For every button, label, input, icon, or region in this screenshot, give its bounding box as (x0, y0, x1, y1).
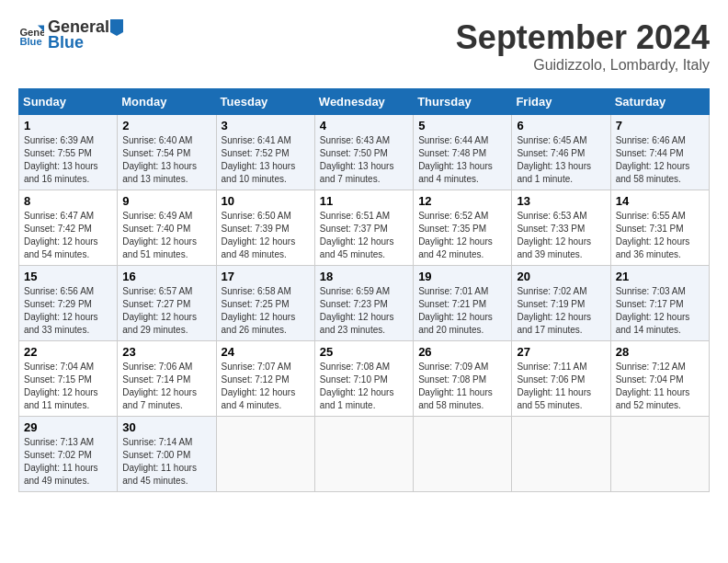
calendar-empty-cell (216, 417, 314, 492)
day-info: Sunrise: 6:45 AM Sunset: 7:46 PM Dayligh… (517, 134, 605, 186)
day-number: 21 (616, 270, 704, 283)
day-info: Sunrise: 7:12 AM Sunset: 7:04 PM Dayligh… (616, 361, 704, 412)
logo: General Blue General Blue (18, 18, 124, 52)
calendar-day-cell: 12Sunrise: 6:52 AM Sunset: 7:35 PM Dayli… (414, 190, 512, 266)
day-info: Sunrise: 7:14 AM Sunset: 7:00 PM Dayligh… (122, 436, 210, 488)
calendar-day-cell: 11Sunrise: 6:51 AM Sunset: 7:37 PM Dayli… (314, 190, 413, 266)
day-number: 13 (517, 194, 605, 208)
day-number: 12 (418, 194, 506, 208)
day-number: 29 (24, 420, 112, 434)
calendar-day-cell: 16Sunrise: 6:57 AM Sunset: 7:27 PM Dayli… (118, 266, 216, 341)
calendar-week-row: 8Sunrise: 6:47 AM Sunset: 7:42 PM Daylig… (19, 190, 710, 266)
calendar-day-cell: 1Sunrise: 6:39 AM Sunset: 7:55 PM Daylig… (19, 115, 118, 190)
weekday-header-saturday: Saturday (610, 89, 709, 115)
calendar-table: SundayMondayTuesdayWednesdayThursdayFrid… (18, 88, 710, 492)
location-title: Guidizzolo, Lombardy, Italy (456, 57, 710, 74)
day-number: 14 (616, 194, 704, 208)
day-number: 1 (24, 119, 112, 132)
svg-text:Blue: Blue (19, 37, 41, 48)
day-info: Sunrise: 7:02 AM Sunset: 7:19 PM Dayligh… (517, 285, 605, 337)
weekday-header-tuesday: Tuesday (216, 89, 314, 115)
weekday-header-friday: Friday (512, 89, 610, 115)
day-info: Sunrise: 7:13 AM Sunset: 7:02 PM Dayligh… (24, 436, 112, 488)
day-info: Sunrise: 6:40 AM Sunset: 7:54 PM Dayligh… (122, 134, 210, 186)
calendar-day-cell: 10Sunrise: 6:50 AM Sunset: 7:39 PM Dayli… (216, 190, 314, 266)
calendar-day-cell: 9Sunrise: 6:49 AM Sunset: 7:40 PM Daylig… (118, 190, 216, 266)
day-number: 25 (320, 345, 408, 359)
day-info: Sunrise: 6:51 AM Sunset: 7:37 PM Dayligh… (320, 210, 408, 261)
weekday-header-wednesday: Wednesday (314, 89, 413, 115)
calendar-day-cell: 15Sunrise: 6:56 AM Sunset: 7:29 PM Dayli… (19, 266, 118, 341)
day-info: Sunrise: 6:43 AM Sunset: 7:50 PM Dayligh… (320, 134, 408, 186)
day-info: Sunrise: 6:59 AM Sunset: 7:23 PM Dayligh… (320, 285, 408, 337)
calendar-day-cell: 26Sunrise: 7:09 AM Sunset: 7:08 PM Dayli… (414, 341, 512, 417)
calendar-empty-cell (512, 417, 610, 492)
day-info: Sunrise: 6:39 AM Sunset: 7:55 PM Dayligh… (24, 134, 112, 186)
day-number: 28 (616, 345, 704, 359)
day-number: 4 (320, 119, 408, 132)
day-number: 5 (418, 119, 506, 132)
calendar-week-row: 15Sunrise: 6:56 AM Sunset: 7:29 PM Dayli… (19, 266, 710, 341)
calendar-day-cell: 24Sunrise: 7:07 AM Sunset: 7:12 PM Dayli… (216, 341, 314, 417)
day-info: Sunrise: 6:58 AM Sunset: 7:25 PM Dayligh… (222, 285, 310, 337)
day-info: Sunrise: 7:07 AM Sunset: 7:12 PM Dayligh… (222, 361, 310, 412)
day-info: Sunrise: 7:04 AM Sunset: 7:15 PM Dayligh… (24, 361, 112, 412)
day-number: 24 (222, 345, 310, 359)
day-number: 3 (222, 119, 310, 132)
day-number: 11 (320, 194, 408, 208)
day-info: Sunrise: 7:08 AM Sunset: 7:10 PM Dayligh… (320, 361, 408, 412)
day-number: 9 (122, 194, 210, 208)
day-number: 19 (418, 270, 506, 283)
weekday-header-thursday: Thursday (414, 89, 512, 115)
calendar-day-cell: 23Sunrise: 7:06 AM Sunset: 7:14 PM Dayli… (118, 341, 216, 417)
day-info: Sunrise: 7:06 AM Sunset: 7:14 PM Dayligh… (122, 361, 210, 412)
day-number: 18 (320, 270, 408, 283)
day-info: Sunrise: 6:56 AM Sunset: 7:29 PM Dayligh… (24, 285, 112, 337)
day-number: 16 (122, 270, 210, 283)
day-info: Sunrise: 6:55 AM Sunset: 7:31 PM Dayligh… (616, 210, 704, 261)
calendar-empty-cell (314, 417, 413, 492)
calendar-empty-cell (610, 417, 709, 492)
calendar-day-cell: 17Sunrise: 6:58 AM Sunset: 7:25 PM Dayli… (216, 266, 314, 341)
day-number: 8 (24, 194, 112, 208)
calendar-day-cell: 14Sunrise: 6:55 AM Sunset: 7:31 PM Dayli… (610, 190, 709, 266)
day-info: Sunrise: 6:52 AM Sunset: 7:35 PM Dayligh… (418, 210, 506, 261)
day-info: Sunrise: 6:49 AM Sunset: 7:40 PM Dayligh… (122, 210, 210, 261)
calendar-week-row: 22Sunrise: 7:04 AM Sunset: 7:15 PM Dayli… (19, 341, 710, 417)
calendar-day-cell: 20Sunrise: 7:02 AM Sunset: 7:19 PM Dayli… (512, 266, 610, 341)
calendar-week-row: 29Sunrise: 7:13 AM Sunset: 7:02 PM Dayli… (19, 417, 710, 492)
weekday-header-row: SundayMondayTuesdayWednesdayThursdayFrid… (19, 89, 710, 115)
day-number: 20 (517, 270, 605, 283)
header: General Blue General Blue September 2024… (18, 18, 710, 74)
calendar-day-cell: 13Sunrise: 6:53 AM Sunset: 7:33 PM Dayli… (512, 190, 610, 266)
day-info: Sunrise: 6:41 AM Sunset: 7:52 PM Dayligh… (222, 134, 310, 186)
calendar-day-cell: 27Sunrise: 7:11 AM Sunset: 7:06 PM Dayli… (512, 341, 610, 417)
calendar-empty-cell (414, 417, 512, 492)
calendar-day-cell: 18Sunrise: 6:59 AM Sunset: 7:23 PM Dayli… (314, 266, 413, 341)
day-info: Sunrise: 6:57 AM Sunset: 7:27 PM Dayligh… (122, 285, 210, 337)
calendar-day-cell: 3Sunrise: 6:41 AM Sunset: 7:52 PM Daylig… (216, 115, 314, 190)
calendar-day-cell: 6Sunrise: 6:45 AM Sunset: 7:46 PM Daylig… (512, 115, 610, 190)
day-number: 17 (222, 270, 310, 283)
month-title: September 2024 (456, 18, 710, 57)
day-number: 10 (222, 194, 310, 208)
calendar-day-cell: 19Sunrise: 7:01 AM Sunset: 7:21 PM Dayli… (414, 266, 512, 341)
calendar-day-cell: 7Sunrise: 6:46 AM Sunset: 7:44 PM Daylig… (610, 115, 709, 190)
day-info: Sunrise: 6:50 AM Sunset: 7:39 PM Dayligh… (222, 210, 310, 261)
day-number: 23 (122, 345, 210, 359)
day-info: Sunrise: 7:11 AM Sunset: 7:06 PM Dayligh… (517, 361, 605, 412)
svg-marker-3 (110, 19, 123, 36)
day-info: Sunrise: 6:44 AM Sunset: 7:48 PM Dayligh… (418, 134, 506, 186)
calendar-day-cell: 25Sunrise: 7:08 AM Sunset: 7:10 PM Dayli… (314, 341, 413, 417)
day-info: Sunrise: 6:46 AM Sunset: 7:44 PM Dayligh… (616, 134, 704, 186)
calendar-day-cell: 21Sunrise: 7:03 AM Sunset: 7:17 PM Dayli… (610, 266, 709, 341)
calendar-day-cell: 30Sunrise: 7:14 AM Sunset: 7:00 PM Dayli… (118, 417, 216, 492)
day-info: Sunrise: 6:53 AM Sunset: 7:33 PM Dayligh… (517, 210, 605, 261)
logo-icon: General Blue (18, 22, 44, 48)
calendar-day-cell: 22Sunrise: 7:04 AM Sunset: 7:15 PM Dayli… (19, 341, 118, 417)
weekday-header-monday: Monday (118, 89, 216, 115)
logo-flag-icon (110, 19, 123, 36)
title-area: September 2024 Guidizzolo, Lombardy, Ita… (456, 18, 710, 74)
day-number: 15 (24, 270, 112, 283)
day-number: 27 (517, 345, 605, 359)
